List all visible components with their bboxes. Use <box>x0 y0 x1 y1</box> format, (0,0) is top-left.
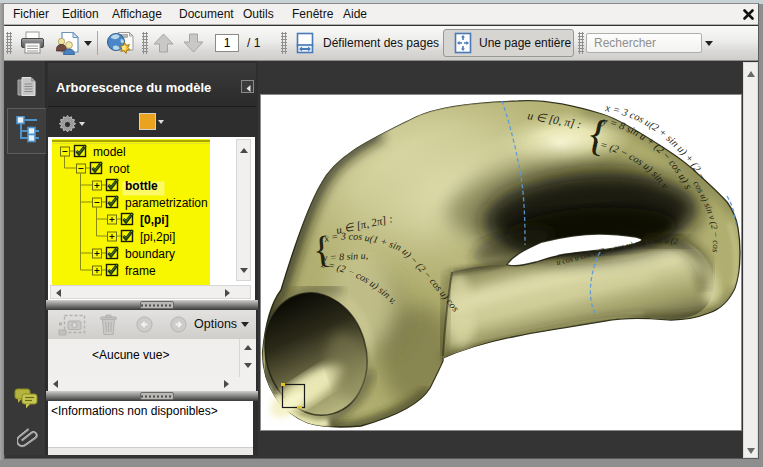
svg-text:boundary: boundary <box>125 247 175 261</box>
svg-text:root: root <box>109 162 130 176</box>
svg-text:[pi,2pi]: [pi,2pi] <box>140 230 175 244</box>
svg-text:parametrization: parametrization <box>125 196 208 210</box>
svg-text:model: model <box>93 145 126 159</box>
svg-text:frame: frame <box>125 264 156 278</box>
svg-text:[0,pi]: [0,pi] <box>140 213 169 227</box>
svg-text:bottle: bottle <box>125 179 158 193</box>
